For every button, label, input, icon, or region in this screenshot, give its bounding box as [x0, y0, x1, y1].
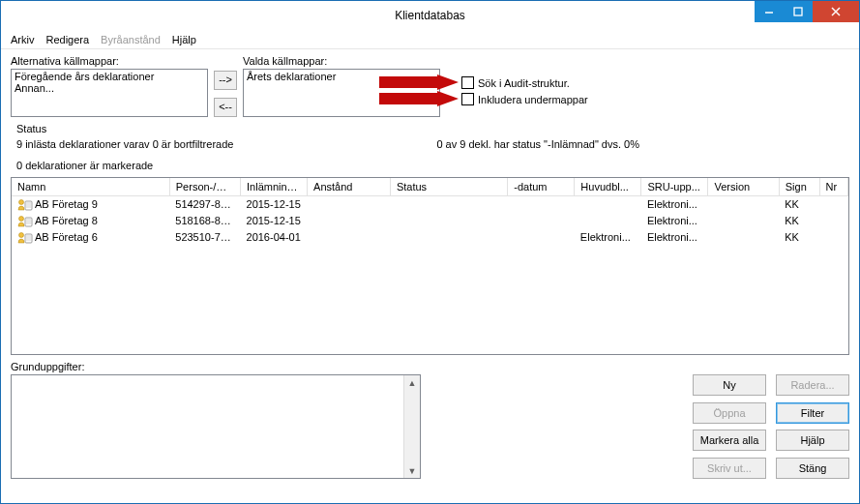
cell-sru: Elektroni...	[641, 196, 708, 213]
scrollbar[interactable]: ▲ ▼	[403, 375, 420, 478]
col-sign[interactable]: Sign	[779, 178, 819, 196]
cell-huvud	[575, 213, 641, 229]
status-right: 0 av 9 dekl. har status "-Inlämnad" dvs.…	[436, 123, 639, 171]
radera-button[interactable]: Radera...	[776, 374, 849, 396]
cell-version	[708, 196, 779, 213]
sok-audit-checkbox[interactable]	[461, 76, 474, 89]
close-icon	[830, 6, 842, 17]
col-sru[interactable]: SRU-upp...	[641, 178, 708, 196]
table-row[interactable]: AB Företag 6523510-72562016-04-01Elektro…	[12, 229, 848, 246]
cell-sru: Elektroni...	[641, 213, 708, 229]
table-row[interactable]: AB Företag 8518168-84812015-12-15Elektro…	[12, 213, 848, 229]
alt-folders-label: Alternativa källmappar:	[11, 55, 208, 67]
scroll-up-icon[interactable]: ▲	[405, 375, 420, 390]
table-row[interactable]: AB Företag 9514297-89142015-12-15Elektro…	[12, 196, 848, 213]
col-anstand[interactable]: Anstånd	[308, 178, 391, 196]
move-right-button[interactable]: -->	[214, 71, 237, 90]
menu-redigera[interactable]: Redigera	[45, 34, 89, 45]
cell-datum	[508, 196, 575, 213]
cell-status	[390, 229, 507, 246]
col-huvud[interactable]: Huvudbl...	[575, 178, 641, 196]
move-left-button[interactable]: <--	[214, 98, 237, 117]
status-line-2: 0 deklarationer är markerade	[16, 160, 233, 171]
close-button[interactable]	[813, 1, 859, 22]
inkludera-label: Inkludera undermappar	[478, 94, 588, 105]
client-icon	[17, 231, 31, 243]
cell-nr	[819, 229, 847, 246]
col-person[interactable]: Person-/Or...	[169, 178, 240, 196]
maximize-button[interactable]	[784, 1, 813, 22]
col-nr[interactable]: Nr	[819, 178, 847, 196]
grund-label: Grunduppgifter:	[11, 361, 421, 372]
stang-button[interactable]: Stäng	[776, 458, 849, 479]
cell-status	[390, 196, 507, 213]
cell-sign: KK	[779, 196, 819, 213]
col-datum[interactable]: -datum	[508, 178, 575, 196]
cell-nr	[819, 213, 847, 229]
menu-byraanstand[interactable]: Byråanstånd	[101, 34, 161, 45]
hjalp-button[interactable]: Hjälp	[776, 430, 849, 451]
inkludera-checkbox[interactable]	[461, 93, 474, 105]
minimize-icon	[764, 7, 774, 16]
svg-rect-7	[25, 201, 32, 210]
cell-namn: AB Företag 9	[35, 198, 98, 210]
cell-person: 518168-8481	[169, 213, 240, 229]
cell-nr	[819, 196, 847, 213]
cell-anstand	[308, 229, 391, 246]
oppna-button[interactable]: Öppna	[693, 402, 766, 424]
minimize-button[interactable]	[755, 1, 784, 22]
menubar: Arkiv Redigera Byråanstånd Hjälp	[1, 30, 859, 49]
cell-namn: AB Företag 8	[35, 215, 98, 226]
svg-rect-1	[794, 8, 802, 15]
checkbox-row-undermappar: Inkludera undermappar	[461, 93, 588, 105]
cell-anstand	[308, 213, 391, 229]
skriv-ut-button[interactable]: Skriv ut...	[693, 458, 766, 479]
cell-person: 523510-7256	[169, 229, 240, 246]
svg-rect-17	[25, 234, 32, 243]
cell-version	[708, 229, 779, 246]
client-icon	[17, 198, 31, 210]
cell-namn: AB Företag 6	[35, 231, 98, 243]
cell-inl: 2015-12-15	[241, 196, 308, 213]
svg-marker-4	[379, 74, 459, 90]
svg-rect-12	[25, 218, 32, 226]
window-title: Klientdatabas	[395, 9, 465, 22]
markera-alla-button[interactable]: Markera alla	[693, 430, 766, 451]
svg-point-6	[19, 200, 24, 205]
cell-sru: Elektroni...	[641, 229, 708, 246]
menu-hjalp[interactable]: Hjälp	[172, 34, 196, 45]
alt-folders-listbox[interactable]: Föregående års deklarationer Annan...	[11, 69, 208, 117]
declarations-table[interactable]: Namn Person-/Or... Inlämning... Anstånd …	[11, 177, 849, 355]
client-icon	[17, 215, 31, 226]
filter-button[interactable]: Filter	[776, 402, 849, 424]
window-controls	[755, 1, 859, 22]
col-inl[interactable]: Inlämning...	[241, 178, 308, 196]
col-status[interactable]: Status	[390, 178, 507, 196]
cell-person: 514297-8914	[169, 196, 240, 213]
col-version[interactable]: Version	[708, 178, 779, 196]
cell-version	[708, 213, 779, 229]
cell-status	[390, 213, 507, 229]
cell-inl: 2016-04-01	[241, 229, 308, 246]
col-namn[interactable]: Namn	[12, 178, 169, 196]
cell-huvud: Elektroni...	[575, 229, 641, 246]
status-line-1: 9 inlästa deklarationer varav 0 är bortf…	[16, 138, 233, 150]
ny-button[interactable]: Ny	[693, 374, 766, 396]
sel-folders-label: Valda källmappar:	[243, 55, 440, 67]
cell-datum	[508, 229, 575, 246]
window-titlebar: Klientdatabas	[1, 1, 859, 30]
grund-textarea[interactable]: ▲ ▼	[11, 374, 421, 479]
svg-marker-5	[379, 91, 459, 106]
cell-anstand	[308, 196, 391, 213]
svg-point-11	[19, 217, 24, 222]
cell-sign: KK	[779, 213, 819, 229]
cell-huvud	[575, 196, 641, 213]
checkbox-row-audit: Sök i Audit-struktur.	[461, 76, 588, 89]
cell-datum	[508, 213, 575, 229]
list-item[interactable]: Föregående års deklarationer	[15, 71, 204, 82]
maximize-icon	[793, 7, 803, 16]
scroll-down-icon[interactable]: ▼	[405, 463, 420, 478]
list-item[interactable]: Annan...	[15, 82, 204, 94]
arrow-icon	[379, 91, 460, 108]
menu-arkiv[interactable]: Arkiv	[11, 34, 34, 45]
